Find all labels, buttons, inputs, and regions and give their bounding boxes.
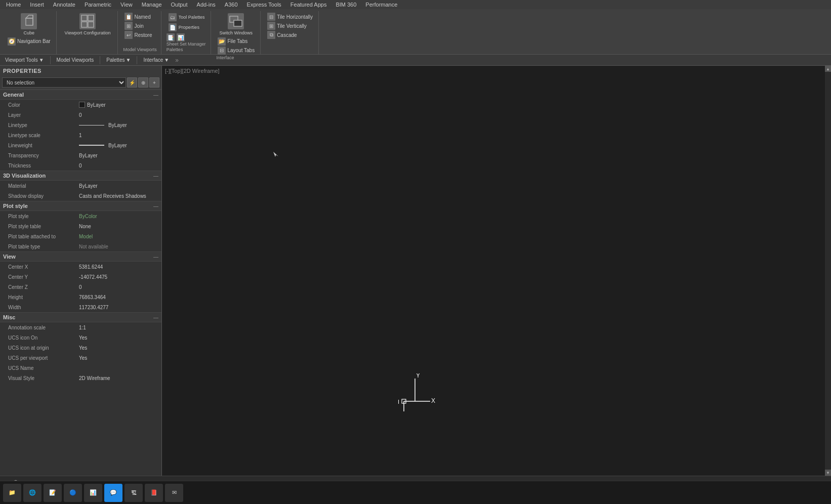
prop-value-height[interactable]: 76863.3464 <box>79 295 158 300</box>
taskbar-file-explorer[interactable]: 📁 <box>3 484 21 502</box>
tile-vertically-button[interactable]: ⊞ Tile Vertically <box>266 21 308 30</box>
taskbar-skype[interactable]: 💬 <box>104 484 122 502</box>
tool-palettes-label: Tool Palettes <box>179 15 205 20</box>
taskbar-acrobat[interactable]: 📕 <box>145 484 163 502</box>
tile-horizontally-button[interactable]: ⊟ Tile Horizontally <box>266 12 314 21</box>
join-button[interactable]: ⊞ Join <box>123 21 145 30</box>
interface-dropdown[interactable]: Interface ▼ <box>140 56 172 64</box>
svg-rect-7 <box>88 22 94 27</box>
prop-value-annotation-scale[interactable]: 1:1 <box>79 325 158 330</box>
viewport[interactable]: [-][Top][2D Wireframe] Y X I <box>162 66 831 476</box>
section-3dviz-header[interactable]: 3D Visualization — <box>0 171 161 181</box>
prop-name-lineweight: Lineweight <box>8 143 79 148</box>
vt-separator-3 <box>137 56 137 64</box>
prop-value-layer[interactable]: 0 <box>79 112 158 118</box>
prop-name-thickness: Thickness <box>8 163 79 169</box>
section-view-header[interactable]: View — <box>0 251 161 262</box>
prop-value-material[interactable]: ByLayer <box>79 183 158 189</box>
selection-dropdown[interactable]: No selection <box>2 77 126 88</box>
menu-featured-apps[interactable]: Featured Apps <box>286 1 331 9</box>
menu-insert[interactable]: Insert <box>26 1 48 9</box>
prop-row-center-y: Center Y -14072.4475 <box>0 272 161 282</box>
prop-value-center-y[interactable]: -14072.4475 <box>79 274 158 280</box>
prop-value-ucs-on[interactable]: Yes <box>79 335 158 341</box>
menu-manage[interactable]: Manage <box>138 1 166 9</box>
layout-tabs-button[interactable]: ⊟ Layout Tabs <box>216 46 256 55</box>
named-button[interactable]: 📋 Named <box>123 12 152 21</box>
prop-value-linetype-scale[interactable]: 1 <box>79 133 158 138</box>
menu-home[interactable]: Home <box>2 1 25 9</box>
prop-value-ucs-origin[interactable]: Yes <box>79 345 158 351</box>
taskbar-autocad[interactable]: 🏗 <box>124 484 143 502</box>
tool-palettes-button[interactable]: 🗂 Tool Palettes <box>167 12 207 22</box>
named-label: Named <box>134 14 150 20</box>
prop-value-ucs-per-vp[interactable]: Yes <box>79 355 158 361</box>
prop-name-plot-style: Plot style <box>8 214 79 219</box>
prop-value-plot-type[interactable]: Not available <box>79 244 158 249</box>
quick-select-btn[interactable]: ⚡ <box>127 77 137 88</box>
menu-express-tools[interactable]: Express Tools <box>243 1 285 9</box>
menu-performance[interactable]: Performance <box>361 1 401 9</box>
viewport-tools-dropdown[interactable]: Viewport Tools ▼ <box>2 56 47 64</box>
prop-value-lineweight[interactable]: ByLayer <box>79 143 158 148</box>
prop-value-plot-style[interactable]: ByColor <box>79 214 158 219</box>
prop-value-center-x[interactable]: 5381.6244 <box>79 264 158 270</box>
switch-windows-button[interactable]: Switch Windows <box>216 12 256 37</box>
restore-button[interactable]: ↩ Restore <box>123 30 153 39</box>
prop-value-plot-attached[interactable]: Model <box>79 234 158 239</box>
taskbar-chrome[interactable]: 🔵 <box>64 484 82 502</box>
menu-bim360[interactable]: BIM 360 <box>331 1 360 9</box>
prop-row-lineweight: Lineweight ByLayer <box>0 140 161 150</box>
menu-a360[interactable]: A360 <box>221 1 242 9</box>
menu-output[interactable]: Output <box>167 1 192 9</box>
section-plot-header[interactable]: Plot style — <box>0 201 161 211</box>
viewport-scrollbar[interactable]: ▲ ▼ <box>825 66 831 476</box>
prop-value-shadow[interactable]: Casts and Receives Shadows <box>79 193 158 199</box>
menu-annotate[interactable]: Annotate <box>49 1 79 9</box>
file-tabs-button[interactable]: 📂 File Tabs <box>216 37 249 46</box>
menu-addins[interactable]: Add-ins <box>193 1 220 9</box>
prop-value-transparency[interactable]: ByLayer <box>79 153 158 158</box>
scroll-track[interactable] <box>825 72 831 470</box>
prop-name-material: Material <box>8 183 79 189</box>
scroll-up-arrow[interactable]: ▲ <box>825 66 831 72</box>
section-misc-header[interactable]: Misc — <box>0 312 161 322</box>
scroll-down-arrow[interactable]: ▼ <box>825 470 831 476</box>
navigation-bar-button[interactable]: 🧭 Navigation Bar <box>6 37 52 46</box>
svg-marker-1 <box>26 15 33 18</box>
prop-value-plot-table[interactable]: None <box>79 224 158 229</box>
properties-button[interactable]: 📄 Properties <box>167 22 201 32</box>
view-cube-button[interactable]: Cube <box>18 12 40 37</box>
prop-row-material: Material ByLayer <box>0 181 161 191</box>
cascade-button[interactable]: ⧉ Cascade <box>266 30 298 39</box>
prop-value-center-z[interactable]: 0 <box>79 284 158 290</box>
prop-name-ucs-per-vp: UCS per viewport <box>8 355 79 361</box>
viewport-config-button[interactable]: Viewport Configuration <box>62 12 114 37</box>
svg-rect-5 <box>88 15 94 21</box>
taskbar-powerpoint[interactable]: 📊 <box>84 484 102 502</box>
select-objects-btn[interactable]: ⊕ <box>138 77 148 88</box>
palettes-dropdown[interactable]: Palettes ▼ <box>103 56 134 64</box>
prop-row-plot-type: Plot table type Not available <box>0 241 161 251</box>
model-viewports-btn[interactable]: Model Viewports <box>54 56 97 64</box>
interface-expand[interactable]: » <box>175 57 179 64</box>
taskbar-edge[interactable]: 🌐 <box>23 484 41 502</box>
section-plot-collapse: — <box>153 203 158 209</box>
toggle-pickadd-btn[interactable]: + <box>149 77 159 88</box>
sheet-set-icon2[interactable]: 📊 <box>177 33 185 41</box>
menu-parametric[interactable]: Parametric <box>80 1 115 9</box>
section-general-header[interactable]: General — <box>0 90 161 100</box>
prop-value-linetype[interactable]: ByLayer <box>79 122 158 128</box>
prop-value-color[interactable]: ByLayer <box>79 102 158 108</box>
prop-value-thickness[interactable]: 0 <box>79 163 158 169</box>
viewport-config-label: Viewport Configuration <box>65 30 111 36</box>
interface-group-title: Interface <box>216 55 234 61</box>
prop-value-visual-style[interactable]: 2D Wireframe <box>79 375 158 381</box>
taskbar-word[interactable]: 📝 <box>44 484 62 502</box>
prop-value-width[interactable]: 117230.4277 <box>79 305 158 310</box>
taskbar-mail[interactable]: ✉ <box>165 484 183 502</box>
prop-name-height: Height <box>8 295 79 300</box>
menu-view[interactable]: View <box>116 1 137 9</box>
sheet-set-icon[interactable]: 📑 <box>167 33 175 41</box>
prop-row-visual-style: Visual Style 2D Wireframe <box>0 373 161 383</box>
